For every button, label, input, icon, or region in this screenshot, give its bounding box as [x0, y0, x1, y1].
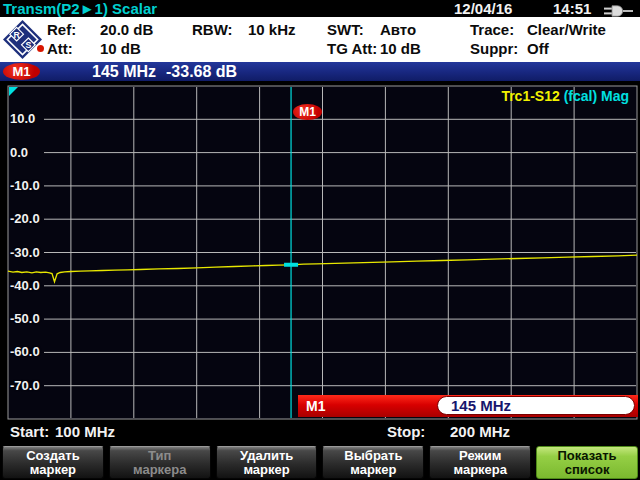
y-axis-tick-label: -20.0: [10, 211, 40, 226]
y-axis-tick-label: -70.0: [10, 378, 40, 393]
y-axis-tick-label: 10.0: [10, 111, 35, 126]
trace-name-label: Trc1-S12: [501, 88, 559, 104]
softkey-label-line: Выбрать: [323, 449, 423, 463]
y-axis-tick-label: -10.0: [10, 178, 40, 193]
softkey-label-line: Режим: [430, 449, 530, 463]
softkey-delete-marker[interactable]: Удалитьмаркер: [216, 446, 318, 479]
y-axis-tick-label: -60.0: [10, 344, 40, 359]
softkey-label-line: Показать: [537, 449, 637, 463]
trace-mode-label: (fcal) Mag: [560, 88, 629, 104]
stop-label: Stop:: [387, 423, 425, 440]
y-axis-tick-label: -50.0: [10, 311, 40, 326]
start-frequency-value: 100 MHz: [55, 423, 115, 440]
marker-frequency-input[interactable]: 145 MHz: [437, 396, 635, 415]
softkey-select-marker[interactable]: Выбратьмаркер: [322, 446, 424, 479]
softkey-label-line: маркер: [3, 463, 103, 477]
softkey-label-line: Создать: [3, 449, 103, 463]
softkey-label-line: Тип: [110, 449, 210, 463]
softkey-marker-mode[interactable]: Режиммаркера: [429, 446, 531, 479]
frequency-range-bar: Start: 100 MHz Stop: 200 MHz: [0, 421, 640, 445]
marker-m1-flag[interactable]: M1: [293, 104, 322, 120]
softkey-show-list[interactable]: Показатьсписок: [536, 446, 638, 479]
softkey-new-marker[interactable]: Создатьмаркер: [2, 446, 104, 479]
softkey-label-line: список: [537, 463, 637, 477]
trace-label: Trc1-S12 (fcal) Mag: [501, 88, 629, 104]
softkey-label-line: маркер: [217, 463, 317, 477]
y-axis-tick-label: -30.0: [10, 245, 40, 260]
start-label: Start:: [10, 423, 49, 440]
marker-frequency-value: 145 MHz: [438, 397, 634, 414]
trace-reference-corner-icon: [9, 87, 18, 96]
marker-entry-bar: M1 145 MHz: [298, 395, 638, 417]
softkey-marker-type: Типмаркера: [109, 446, 211, 479]
softkey-label-line: маркера: [430, 463, 530, 477]
softkey-label-line: Удалить: [217, 449, 317, 463]
instrument-screen: Transm(P2►1) Scalar 12/04/16 14:51 R S R…: [0, 0, 640, 480]
softkey-label-line: маркер: [323, 463, 423, 477]
marker-entry-name: M1: [306, 395, 325, 417]
softkey-label-line: маркера: [110, 463, 210, 477]
softkey-bar: СоздатьмаркерТипмаркераУдалитьмаркерВыбр…: [0, 445, 640, 480]
marker-position-tick: [284, 263, 298, 267]
stop-frequency-value: 200 MHz: [450, 423, 510, 440]
y-axis-tick-label: -40.0: [10, 278, 40, 293]
y-axis-tick-label: 0.0: [10, 145, 28, 160]
